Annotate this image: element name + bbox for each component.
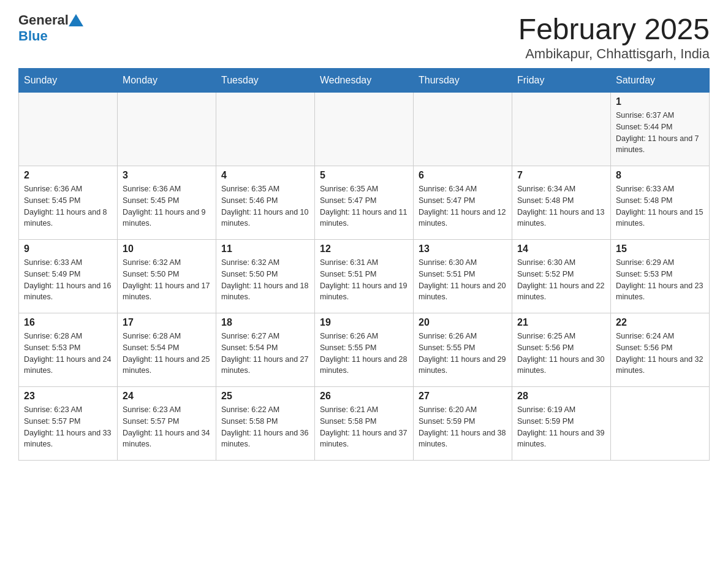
day-number: 27: [419, 391, 507, 402]
day-number: 14: [517, 243, 605, 255]
table-row: 15Sunrise: 6:29 AM Sunset: 5:53 PM Dayli…: [611, 240, 710, 313]
logo: General Blue: [18, 12, 85, 44]
day-number: 10: [123, 243, 211, 255]
day-info: Sunrise: 6:35 AM Sunset: 5:46 PM Dayligh…: [221, 183, 309, 229]
day-number: 7: [517, 170, 605, 181]
day-number: 28: [517, 391, 605, 402]
day-number: 15: [616, 243, 704, 255]
day-number: 9: [24, 243, 112, 255]
table-row: [216, 93, 315, 166]
day-info: Sunrise: 6:36 AM Sunset: 5:45 PM Dayligh…: [24, 183, 112, 229]
table-row: 17Sunrise: 6:28 AM Sunset: 5:54 PM Dayli…: [118, 313, 216, 387]
header-monday: Monday: [118, 69, 216, 93]
table-row: 10Sunrise: 6:32 AM Sunset: 5:50 PM Dayli…: [118, 240, 216, 313]
day-info: Sunrise: 6:20 AM Sunset: 5:59 PM Dayligh…: [419, 404, 507, 450]
day-info: Sunrise: 6:23 AM Sunset: 5:57 PM Dayligh…: [24, 404, 112, 450]
table-row: 24Sunrise: 6:23 AM Sunset: 5:57 PM Dayli…: [118, 387, 216, 461]
table-row: 26Sunrise: 6:21 AM Sunset: 5:58 PM Dayli…: [315, 387, 414, 461]
day-number: 24: [123, 391, 211, 402]
calendar-row-2: 9Sunrise: 6:33 AM Sunset: 5:49 PM Daylig…: [19, 240, 710, 313]
table-row: 23Sunrise: 6:23 AM Sunset: 5:57 PM Dayli…: [19, 387, 118, 461]
day-info: Sunrise: 6:25 AM Sunset: 5:56 PM Dayligh…: [517, 331, 605, 377]
title-section: February 2025 Ambikapur, Chhattisgarh, I…: [518, 12, 710, 62]
table-row: 28Sunrise: 6:19 AM Sunset: 5:59 PM Dayli…: [512, 387, 611, 461]
table-row: 16Sunrise: 6:28 AM Sunset: 5:53 PM Dayli…: [19, 313, 118, 387]
header-tuesday: Tuesday: [216, 69, 315, 93]
table-row: 18Sunrise: 6:27 AM Sunset: 5:54 PM Dayli…: [216, 313, 315, 387]
page-header: General Blue February 2025 Ambikapur, Ch…: [18, 12, 710, 62]
day-info: Sunrise: 6:33 AM Sunset: 5:49 PM Dayligh…: [24, 257, 112, 303]
day-number: 17: [123, 317, 211, 328]
calendar-row-4: 23Sunrise: 6:23 AM Sunset: 5:57 PM Dayli…: [19, 387, 710, 461]
logo-general-text: General: [18, 12, 69, 28]
calendar-row-0: 1Sunrise: 6:37 AM Sunset: 5:44 PM Daylig…: [19, 93, 710, 166]
day-number: 8: [616, 170, 704, 181]
day-info: Sunrise: 6:32 AM Sunset: 5:50 PM Dayligh…: [221, 257, 309, 303]
table-row: 6Sunrise: 6:34 AM Sunset: 5:47 PM Daylig…: [414, 166, 512, 240]
day-number: 11: [221, 243, 309, 255]
table-row: 12Sunrise: 6:31 AM Sunset: 5:51 PM Dayli…: [315, 240, 414, 313]
table-row: [19, 93, 118, 166]
day-number: 21: [517, 317, 605, 328]
table-row: 7Sunrise: 6:34 AM Sunset: 5:48 PM Daylig…: [512, 166, 611, 240]
day-info: Sunrise: 6:26 AM Sunset: 5:55 PM Dayligh…: [419, 331, 507, 377]
day-number: 18: [221, 317, 309, 328]
table-row: 14Sunrise: 6:30 AM Sunset: 5:52 PM Dayli…: [512, 240, 611, 313]
day-number: 1: [616, 96, 704, 107]
header-wednesday: Wednesday: [315, 69, 414, 93]
table-row: [315, 93, 414, 166]
day-info: Sunrise: 6:33 AM Sunset: 5:48 PM Dayligh…: [616, 183, 704, 229]
day-info: Sunrise: 6:29 AM Sunset: 5:53 PM Dayligh…: [616, 257, 704, 303]
day-info: Sunrise: 6:21 AM Sunset: 5:58 PM Dayligh…: [320, 404, 408, 450]
day-info: Sunrise: 6:28 AM Sunset: 5:54 PM Dayligh…: [123, 331, 211, 377]
table-row: 11Sunrise: 6:32 AM Sunset: 5:50 PM Dayli…: [216, 240, 315, 313]
day-number: 23: [24, 391, 112, 402]
table-row: 21Sunrise: 6:25 AM Sunset: 5:56 PM Dayli…: [512, 313, 611, 387]
header-friday: Friday: [512, 69, 611, 93]
day-info: Sunrise: 6:31 AM Sunset: 5:51 PM Dayligh…: [320, 257, 408, 303]
day-info: Sunrise: 6:28 AM Sunset: 5:53 PM Dayligh…: [24, 331, 112, 377]
table-row: 19Sunrise: 6:26 AM Sunset: 5:55 PM Dayli…: [315, 313, 414, 387]
table-row: 2Sunrise: 6:36 AM Sunset: 5:45 PM Daylig…: [19, 166, 118, 240]
day-number: 12: [320, 243, 408, 255]
day-number: 6: [419, 170, 507, 181]
month-title: February 2025: [518, 12, 710, 46]
logo-blue-part: [69, 14, 85, 26]
table-row: [118, 93, 216, 166]
day-number: 4: [221, 170, 309, 181]
calendar-row-1: 2Sunrise: 6:36 AM Sunset: 5:45 PM Daylig…: [19, 166, 710, 240]
day-info: Sunrise: 6:27 AM Sunset: 5:54 PM Dayligh…: [221, 331, 309, 377]
table-row: 3Sunrise: 6:36 AM Sunset: 5:45 PM Daylig…: [118, 166, 216, 240]
day-number: 20: [419, 317, 507, 328]
day-info: Sunrise: 6:34 AM Sunset: 5:47 PM Dayligh…: [419, 183, 507, 229]
table-row: 20Sunrise: 6:26 AM Sunset: 5:55 PM Dayli…: [414, 313, 512, 387]
table-row: 5Sunrise: 6:35 AM Sunset: 5:47 PM Daylig…: [315, 166, 414, 240]
day-number: 22: [616, 317, 704, 328]
day-number: 3: [123, 170, 211, 181]
day-info: Sunrise: 6:30 AM Sunset: 5:52 PM Dayligh…: [517, 257, 605, 303]
day-info: Sunrise: 6:37 AM Sunset: 5:44 PM Dayligh…: [616, 110, 704, 156]
table-row: 13Sunrise: 6:30 AM Sunset: 5:51 PM Dayli…: [414, 240, 512, 313]
day-info: Sunrise: 6:26 AM Sunset: 5:55 PM Dayligh…: [320, 331, 408, 377]
table-row: 1Sunrise: 6:37 AM Sunset: 5:44 PM Daylig…: [611, 93, 710, 166]
day-info: Sunrise: 6:34 AM Sunset: 5:48 PM Dayligh…: [517, 183, 605, 229]
table-row: 8Sunrise: 6:33 AM Sunset: 5:48 PM Daylig…: [611, 166, 710, 240]
day-number: 13: [419, 243, 507, 255]
table-row: 27Sunrise: 6:20 AM Sunset: 5:59 PM Dayli…: [414, 387, 512, 461]
header-thursday: Thursday: [414, 69, 512, 93]
day-number: 26: [320, 391, 408, 402]
table-row: 22Sunrise: 6:24 AM Sunset: 5:56 PM Dayli…: [611, 313, 710, 387]
table-row: 4Sunrise: 6:35 AM Sunset: 5:46 PM Daylig…: [216, 166, 315, 240]
day-number: 19: [320, 317, 408, 328]
header-sunday: Sunday: [19, 69, 118, 93]
day-number: 16: [24, 317, 112, 328]
day-info: Sunrise: 6:22 AM Sunset: 5:58 PM Dayligh…: [221, 404, 309, 450]
table-row: [512, 93, 611, 166]
day-info: Sunrise: 6:32 AM Sunset: 5:50 PM Dayligh…: [123, 257, 211, 303]
table-row: [611, 387, 710, 461]
header-saturday: Saturday: [611, 69, 710, 93]
day-info: Sunrise: 6:24 AM Sunset: 5:56 PM Dayligh…: [616, 331, 704, 377]
logo-triangle-icon: [69, 14, 83, 26]
weekday-header-row: Sunday Monday Tuesday Wednesday Thursday…: [19, 69, 710, 93]
calendar-table: Sunday Monday Tuesday Wednesday Thursday…: [18, 68, 710, 461]
